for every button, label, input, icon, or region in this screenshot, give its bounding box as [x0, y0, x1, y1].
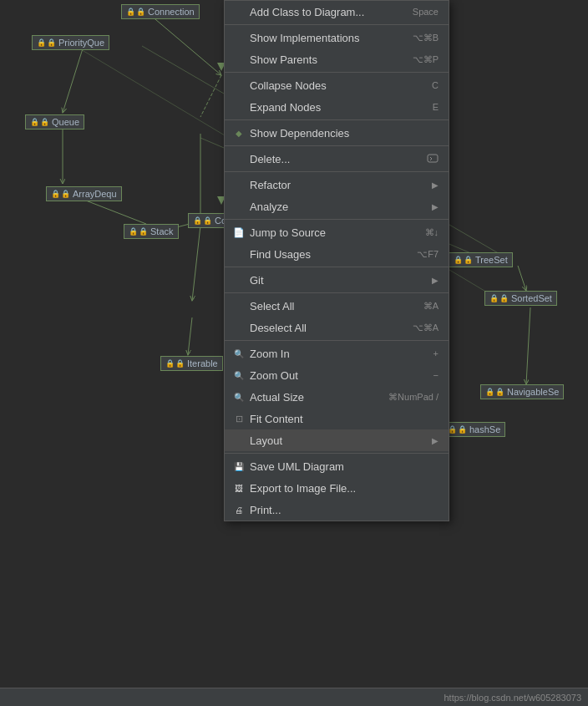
menu-item-deselect-all[interactable]: Deselect All ⌥⌘A: [225, 317, 449, 338]
menu-item-expand-nodes[interactable]: Expand Nodes E: [225, 96, 449, 118]
menu-item-fit-content[interactable]: ⊡ Fit Content: [225, 408, 449, 429]
find-usages-icon: [233, 248, 245, 260]
node-connection[interactable]: 🔒 🔒 Connection: [121, 4, 200, 19]
refactor-arrow-icon: ▶: [432, 180, 438, 190]
menu-item-delete[interactable]: Delete...: [225, 148, 449, 170]
node-sortedset[interactable]: 🔒 🔒 SortedSet: [484, 291, 557, 306]
menu-item-actual-size[interactable]: 🔍 Actual Size ⌘NumPad /: [225, 386, 449, 408]
menu-item-analyze[interactable]: Analyze ▶: [225, 196, 449, 217]
node-hashse[interactable]: 🔒 🔒 hashSe: [443, 422, 505, 437]
separator-9: [225, 340, 449, 341]
separator-3: [225, 119, 449, 120]
jump-to-source-icon: 📄: [233, 226, 245, 238]
menu-item-print[interactable]: 🖨 Print...: [225, 499, 449, 521]
fit-content-icon: ⊡: [233, 413, 245, 424]
svg-line-7: [192, 226, 200, 301]
menu-item-zoom-in[interactable]: 🔍 Zoom In +: [225, 343, 449, 364]
svg-line-8: [188, 317, 192, 355]
svg-line-0: [150, 15, 221, 75]
menu-item-show-parents[interactable]: Show Parents ⌥⌘P: [225, 48, 449, 70]
svg-line-1: [63, 46, 84, 113]
status-url: https://blog.csdn.net/w605283073: [444, 693, 581, 703]
separator-4: [225, 145, 449, 146]
node-priorityqueue[interactable]: 🔒 🔒 PriorityQue: [32, 35, 109, 50]
separator-6: [225, 219, 449, 220]
node-arraydeque[interactable]: 🔒 🔒 ArrayDequ: [46, 186, 122, 201]
layout-arrow-icon: ▶: [432, 436, 438, 445]
show-parents-icon: [233, 53, 245, 65]
menu-item-select-all[interactable]: Select All ⌘A: [225, 295, 449, 317]
menu-item-refactor[interactable]: Refactor ▶: [225, 174, 449, 196]
treeset-node-icon: 🔒 🔒: [454, 256, 473, 264]
separator-1: [225, 24, 449, 25]
svg-line-17: [430, 157, 432, 159]
menu-item-export-image[interactable]: 🖼 Export to Image File...: [225, 477, 449, 499]
svg-line-5: [200, 75, 221, 117]
separator-10: [225, 453, 449, 454]
zoom-out-icon: 🔍: [233, 369, 245, 381]
svg-line-10: [526, 307, 530, 384]
layout-icon: [233, 434, 245, 446]
menu-item-zoom-out[interactable]: 🔍 Zoom Out −: [225, 364, 449, 386]
separator-8: [225, 292, 449, 293]
menu-item-collapse-nodes[interactable]: Collapse Nodes C: [225, 74, 449, 96]
navigablese-node-icon: 🔒 🔒: [485, 388, 504, 396]
menu-item-find-usages[interactable]: Find Usages ⌥F7: [225, 243, 449, 265]
arraydeque-node-icon: 🔒 🔒: [51, 190, 70, 198]
svg-line-18: [430, 159, 432, 160]
separator-5: [225, 171, 449, 172]
node-queue[interactable]: 🔒 🔒 Queue: [25, 114, 84, 130]
hashse-node-icon: 🔒 🔒: [448, 425, 467, 434]
node-iterable[interactable]: 🔒 🔒 Iterable: [160, 356, 223, 371]
menu-item-show-implementations[interactable]: Show Implementations ⌥⌘B: [225, 27, 449, 48]
separator-2: [225, 72, 449, 73]
actual-size-icon: 🔍: [233, 391, 245, 403]
node-stack[interactable]: 🔒 🔒 Stack: [124, 224, 179, 239]
stack-node-icon: 🔒 🔒: [129, 227, 148, 236]
queue-node-icon: 🔒 🔒: [30, 118, 49, 126]
status-bar: https://blog.csdn.net/w605283073: [0, 688, 588, 706]
collapse-nodes-icon: [233, 79, 245, 91]
sortedset-node-icon: 🔒 🔒: [489, 294, 509, 302]
menu-item-jump-to-source[interactable]: 📄 Jump to Source ⌘↓: [225, 221, 449, 243]
analyze-arrow-icon: ▶: [432, 202, 438, 211]
git-arrow-icon: ▶: [432, 276, 438, 285]
delete-icon: [233, 153, 245, 165]
iterable-node-icon: 🔒 🔒: [165, 359, 185, 368]
separator-7: [225, 267, 449, 267]
expand-nodes-icon: [233, 101, 245, 113]
menu-item-git[interactable]: Git ▶: [225, 269, 449, 291]
deselect-all-icon: [233, 322, 245, 333]
refactor-icon: [233, 179, 245, 190]
context-menu: Add Class to Diagram... Space Show Imple…: [224, 0, 449, 521]
node-treeset[interactable]: 🔒 🔒 TreeSet: [449, 252, 513, 267]
priorityqueue-node-icon: 🔒 🔒: [37, 38, 56, 47]
analyze-icon: [233, 201, 245, 212]
zoom-in-icon: 🔍: [233, 348, 245, 359]
menu-item-add-class[interactable]: Add Class to Diagram... Space: [225, 1, 449, 23]
connection-node-icon: 🔒 🔒: [126, 8, 145, 16]
git-icon: [233, 274, 245, 286]
delete-shortcut-icon: [427, 153, 438, 165]
export-image-icon: 🖼: [233, 482, 245, 494]
svg-line-9: [518, 266, 526, 291]
menu-item-save-uml[interactable]: 💾 Save UML Diagram: [225, 455, 449, 477]
show-implementations-icon: [233, 32, 245, 43]
select-all-icon: [233, 300, 245, 312]
svg-rect-16: [428, 155, 438, 162]
show-dependencies-icon: ◆: [233, 127, 245, 139]
menu-item-show-dependencies[interactable]: ◆ Show Dependencies: [225, 122, 449, 144]
co-node-icon: 🔒 🔒: [193, 216, 212, 225]
print-icon: 🖨: [233, 504, 245, 516]
node-navigablese[interactable]: 🔒 🔒 NavigableSe: [480, 384, 564, 399]
menu-item-layout[interactable]: Layout ▶: [225, 429, 449, 451]
save-uml-icon: 💾: [233, 460, 245, 472]
add-class-icon: [233, 6, 245, 18]
